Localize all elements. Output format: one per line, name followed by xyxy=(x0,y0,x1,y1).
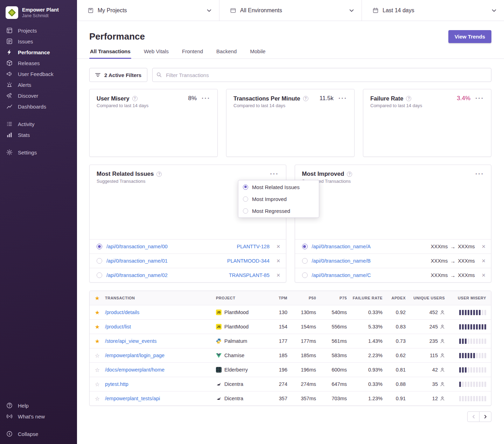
star-icon[interactable] xyxy=(90,324,105,330)
user-misery-viz xyxy=(445,324,486,329)
user-misery-chart[interactable] xyxy=(97,112,210,152)
close-icon[interactable] xyxy=(482,258,485,264)
previous-page-button[interactable] xyxy=(467,411,479,422)
transaction-link[interactable]: /empowerplant_tests/api xyxy=(105,396,216,401)
transaction-link[interactable]: /api/0/transaction_name/B xyxy=(312,258,371,264)
sidebar-item-performance[interactable]: Performance xyxy=(6,48,71,57)
issue-link[interactable]: PLANTTV-128 xyxy=(237,244,270,249)
radio-button[interactable] xyxy=(97,272,102,278)
radio-button[interactable] xyxy=(302,258,308,264)
sidebar-item-projects[interactable]: Projects xyxy=(6,26,71,35)
org-logo xyxy=(6,6,18,19)
environment-filter-dropdown[interactable]: All Environments xyxy=(219,0,362,21)
star-icon[interactable] xyxy=(90,367,105,373)
sidebar-item-user-feedback[interactable]: User Feedback xyxy=(6,69,71,78)
user-misery-viz xyxy=(445,396,486,401)
ellipsis-menu-icon[interactable] xyxy=(338,97,347,100)
org-switcher[interactable]: Empower Plant Jane Schmidt xyxy=(0,6,77,26)
star-icon[interactable] xyxy=(90,338,105,345)
transaction-link[interactable]: /empowerplant/login_page xyxy=(105,353,216,358)
table-row: /docs/empowerplant/home Elderberry 196 1… xyxy=(90,362,491,377)
transaction-link[interactable]: /api/0/transaction_name/A xyxy=(312,244,371,249)
ellipsis-menu-icon[interactable] xyxy=(202,97,210,100)
transaction-link[interactable]: /api/0/transaction_name/C xyxy=(312,272,371,278)
card-options-menu: Most Related Issues Most Improved Most R… xyxy=(238,180,319,218)
sidebar-item-issues[interactable]: Issues xyxy=(6,37,71,46)
star-icon[interactable] xyxy=(90,352,105,359)
transaction-link[interactable]: /docs/empowerplant/home xyxy=(105,367,216,373)
transaction-link[interactable]: /product/details xyxy=(105,310,216,315)
radio-button xyxy=(243,185,248,190)
list-item: /api/0/transaction_name/02 TRANSPLANT-85 xyxy=(90,268,286,282)
most-improved-chart[interactable] xyxy=(302,187,484,236)
radio-button[interactable] xyxy=(302,272,308,278)
issue-link[interactable]: TRANSPLANT-85 xyxy=(229,272,270,278)
tab-mobile[interactable]: Mobile xyxy=(249,48,266,58)
help-circle-icon[interactable] xyxy=(347,172,352,177)
sidebar-item-whats-new[interactable]: What's new xyxy=(6,412,71,421)
user-misery-viz xyxy=(445,339,486,344)
card-subtitle: Compared to last 14 days xyxy=(370,103,484,108)
view-trends-button[interactable]: View Trends xyxy=(448,30,491,43)
date-range-dropdown[interactable]: Last 14 days xyxy=(362,0,504,21)
menu-item-most-improved[interactable]: Most Improved xyxy=(238,193,319,205)
ellipsis-menu-icon[interactable] xyxy=(475,97,484,100)
close-icon[interactable] xyxy=(482,272,485,278)
transaction-link[interactable]: pytest.http xyxy=(105,381,216,387)
transaction-link[interactable]: /store/api_view_events xyxy=(105,338,216,344)
sidebar-item-activity[interactable]: Activity xyxy=(6,119,71,129)
sidebar-item-help[interactable]: Help xyxy=(6,401,71,410)
help-circle-icon[interactable] xyxy=(406,96,411,101)
list-item: /api/0/transaction_name/01 PLANTMOOD-344 xyxy=(90,254,286,268)
sidebar-item-stats[interactable]: Stats xyxy=(6,130,71,139)
projects-icon xyxy=(6,27,13,34)
transaction-link[interactable]: /api/0/transaction_name/01 xyxy=(106,258,168,264)
transaction-link[interactable]: /api/0/transaction_name/02 xyxy=(106,272,168,278)
card-subtitle: Compared to last 14 days xyxy=(233,103,347,108)
close-icon[interactable] xyxy=(276,258,280,264)
sidebar-item-dashboards[interactable]: Dashboards xyxy=(6,102,71,111)
transaction-link[interactable]: /api/0/transaction_name/00 xyxy=(106,244,168,249)
sidebar-item-releases[interactable]: Releases xyxy=(6,58,71,68)
close-icon[interactable] xyxy=(276,243,280,250)
tab-backend[interactable]: Backend xyxy=(216,48,237,58)
failure-rate-value: 3.4% xyxy=(457,95,470,102)
help-circle-icon[interactable] xyxy=(132,96,138,101)
card-title: Transactions Per Minute xyxy=(233,95,300,102)
sidebar-item-alerts[interactable]: Alerts xyxy=(6,80,71,89)
star-icon[interactable] xyxy=(90,309,105,316)
radio-button[interactable] xyxy=(97,244,102,249)
transaction-link[interactable]: /product/list xyxy=(105,324,216,329)
menu-item-most-related-issues[interactable]: Most Related Issues xyxy=(238,181,319,193)
star-icon[interactable] xyxy=(90,395,105,402)
next-page-button[interactable] xyxy=(479,411,491,422)
help-circle-icon[interactable] xyxy=(303,96,308,101)
list-item: /api/0/transaction_name/B XXXmsXXXms xyxy=(295,254,491,268)
sidebar-item-discover[interactable]: Discover xyxy=(6,91,71,100)
close-icon[interactable] xyxy=(276,272,280,278)
chevron-right-icon xyxy=(484,415,487,419)
failure-rate-chart[interactable] xyxy=(370,112,484,152)
tab-frontend[interactable]: Frontend xyxy=(181,48,204,58)
transaction-search-input[interactable] xyxy=(152,68,491,82)
ellipsis-menu-icon[interactable] xyxy=(270,172,279,176)
help-circle-icon[interactable] xyxy=(156,172,162,177)
sidebar-item-settings[interactable]: Settings xyxy=(6,148,71,157)
card-title: Failure Rate xyxy=(370,95,403,102)
close-icon[interactable] xyxy=(482,243,485,250)
tab-all-transactions[interactable]: All Transactions xyxy=(89,48,131,58)
active-filters-button[interactable]: 2 Active Filters xyxy=(89,68,147,82)
list-item: /api/0/transaction_name/00 PLANTTV-128 xyxy=(90,239,286,254)
radio-button[interactable] xyxy=(302,244,308,249)
radio-button[interactable] xyxy=(97,258,102,264)
platform-icon: JS xyxy=(216,324,222,329)
tab-web-vitals[interactable]: Web Vitals xyxy=(143,48,169,58)
star-icon[interactable] xyxy=(90,381,105,388)
ellipsis-menu-icon[interactable] xyxy=(475,172,484,176)
most-improved-card: Most Improved Suggested Transactions /ap… xyxy=(295,165,492,283)
menu-item-most-regressed[interactable]: Most Regressed xyxy=(238,205,319,217)
project-filter-dropdown[interactable]: My Projects xyxy=(77,0,219,21)
issue-link[interactable]: PLANTMOOD-344 xyxy=(227,258,270,264)
sidebar-item-collapse[interactable]: Collapse xyxy=(6,429,71,438)
tpm-chart[interactable] xyxy=(233,112,347,152)
